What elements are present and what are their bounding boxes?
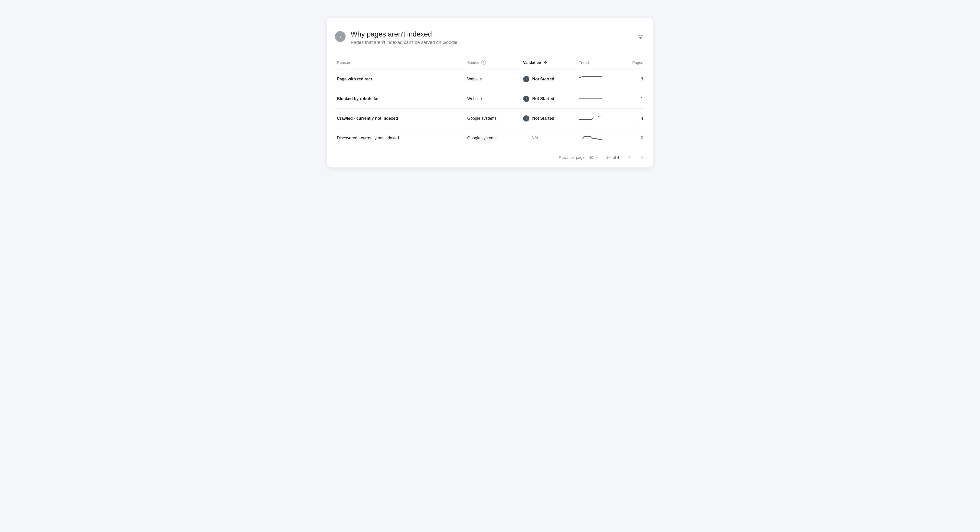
validation-status: Not Started	[532, 116, 554, 121]
pages-cell: 4	[620, 109, 645, 128]
column-header-reason[interactable]: Reason	[335, 56, 465, 69]
column-header-trend[interactable]: Trend	[577, 56, 620, 69]
trend-sparkline	[579, 115, 602, 121]
rows-per-page-label: Rows per page:	[558, 155, 585, 159]
filter-button[interactable]	[636, 33, 645, 42]
validation-cell: !Not Started	[521, 89, 577, 109]
trend-cell	[577, 89, 620, 109]
prev-page-button[interactable]	[626, 154, 632, 160]
column-header-pages[interactable]: Pages	[620, 56, 645, 69]
pager	[626, 154, 645, 160]
rows-per-page-select[interactable]: 10	[589, 155, 599, 159]
source-cell: Google systems	[465, 128, 521, 148]
card-header: i Why pages aren't indexed Pages that ar…	[335, 30, 645, 45]
validation-status: N/A	[523, 136, 539, 140]
reason-cell: Discovered - currently not indexed	[335, 128, 465, 148]
trend-cell	[577, 109, 620, 128]
validation-cell: N/A	[521, 128, 577, 148]
arrow-down-icon	[543, 60, 548, 65]
chevron-right-icon	[640, 155, 644, 159]
trend-sparkline	[579, 95, 602, 101]
index-issues-card: i Why pages aren't indexed Pages that ar…	[327, 18, 653, 167]
validation-status: Not Started	[532, 77, 554, 81]
reason-cell: Crawled - currently not indexed	[335, 109, 465, 128]
info-icon: i	[335, 31, 345, 42]
source-cell: Website	[465, 89, 521, 109]
exclamation-icon: !	[523, 76, 529, 82]
reason-cell: Page with redirect	[335, 69, 465, 89]
source-cell: Website	[465, 69, 521, 89]
column-header-validation[interactable]: Validation	[521, 56, 577, 69]
trend-cell	[577, 69, 620, 89]
table-row[interactable]: Discovered - currently not indexedGoogle…	[335, 128, 645, 148]
trend-cell	[577, 128, 620, 148]
table-row[interactable]: Page with redirectWebsite!Not Started3	[335, 69, 645, 89]
pages-cell: 3	[620, 69, 645, 89]
source-cell: Google systems	[465, 109, 521, 128]
title-block: Why pages aren't indexed Pages that aren…	[351, 30, 631, 45]
table-row[interactable]: Blocked by robots.txtWebsite!Not Started…	[335, 89, 645, 109]
pagination-info: 1-4 of 4	[606, 155, 619, 159]
rows-per-page: Rows per page: 10	[558, 155, 599, 159]
help-icon[interactable]: ?	[481, 60, 486, 65]
pages-cell: 0	[620, 128, 645, 148]
reason-cell: Blocked by robots.txt	[335, 89, 465, 109]
exclamation-icon: !	[523, 96, 529, 102]
card-title: Why pages aren't indexed	[351, 30, 631, 38]
table-row[interactable]: Crawled - currently not indexedGoogle sy…	[335, 109, 645, 128]
validation-cell: !Not Started	[521, 109, 577, 128]
validation-status: Not Started	[532, 97, 554, 101]
column-header-source[interactable]: Source ?	[465, 56, 521, 69]
exclamation-icon: !	[523, 115, 529, 121]
chevron-left-icon	[627, 155, 632, 159]
trend-sparkline	[579, 135, 602, 141]
trend-sparkline	[579, 76, 602, 82]
issues-table: Reason Source ? Validation	[335, 56, 645, 148]
card-subtitle: Pages that aren't indexed can't be serve…	[351, 40, 631, 45]
dropdown-icon	[596, 156, 599, 159]
filter-icon	[638, 35, 643, 40]
pages-cell: 1	[620, 89, 645, 109]
next-page-button[interactable]	[639, 154, 645, 160]
table-footer: Rows per page: 10 1-4 of 4	[335, 148, 645, 160]
validation-cell: !Not Started	[521, 69, 577, 89]
